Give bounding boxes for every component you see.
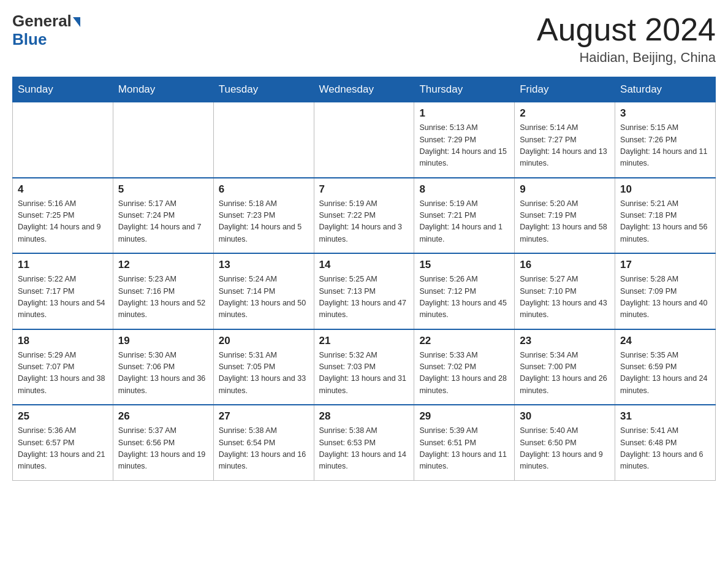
calendar-cell: 20Sunrise: 5:31 AMSunset: 7:05 PMDayligh… [213,329,314,405]
calendar-cell: 15Sunrise: 5:26 AMSunset: 7:12 PMDayligh… [414,253,515,329]
logo-blue: Blue [12,30,47,48]
month-title: August 2024 [537,12,716,47]
day-info: Sunrise: 5:38 AMSunset: 6:53 PMDaylight:… [319,425,409,473]
day-number: 31 [620,410,710,423]
day-info: Sunrise: 5:21 AMSunset: 7:18 PMDaylight:… [620,198,710,246]
calendar-cell: 10Sunrise: 5:21 AMSunset: 7:18 PMDayligh… [615,178,716,254]
day-info: Sunrise: 5:19 AMSunset: 7:21 PMDaylight:… [419,198,509,246]
day-of-week-header: Thursday [414,77,515,102]
calendar-week-row: 1Sunrise: 5:13 AMSunset: 7:29 PMDaylight… [13,102,716,178]
day-number: 9 [520,183,610,196]
logo: General Blue [12,12,80,49]
day-info: Sunrise: 5:27 AMSunset: 7:10 PMDaylight:… [520,274,610,321]
calendar-cell: 29Sunrise: 5:39 AMSunset: 6:51 PMDayligh… [414,405,515,480]
day-info: Sunrise: 5:15 AMSunset: 7:26 PMDaylight:… [620,122,710,170]
day-of-week-header: Friday [515,77,615,102]
day-number: 30 [520,410,610,423]
day-info: Sunrise: 5:31 AMSunset: 7:05 PMDaylight:… [219,350,309,397]
day-info: Sunrise: 5:35 AMSunset: 6:59 PMDaylight:… [620,350,710,397]
calendar-week-row: 11Sunrise: 5:22 AMSunset: 7:17 PMDayligh… [13,253,716,329]
day-info: Sunrise: 5:18 AMSunset: 7:23 PMDaylight:… [219,198,309,246]
calendar-cell: 13Sunrise: 5:24 AMSunset: 7:14 PMDayligh… [213,253,314,329]
day-of-week-header: Tuesday [213,77,314,102]
calendar-cell: 16Sunrise: 5:27 AMSunset: 7:10 PMDayligh… [515,253,615,329]
calendar-cell: 3Sunrise: 5:15 AMSunset: 7:26 PMDaylight… [615,102,716,178]
calendar-cell: 19Sunrise: 5:30 AMSunset: 7:06 PMDayligh… [113,329,213,405]
day-number: 14 [319,259,409,271]
day-info: Sunrise: 5:34 AMSunset: 7:00 PMDaylight:… [520,350,610,397]
day-info: Sunrise: 5:22 AMSunset: 7:17 PMDaylight:… [18,274,108,321]
day-number: 20 [219,335,309,347]
calendar-cell: 1Sunrise: 5:13 AMSunset: 7:29 PMDaylight… [414,102,515,178]
day-info: Sunrise: 5:24 AMSunset: 7:14 PMDaylight:… [219,274,309,321]
day-number: 5 [118,183,208,196]
day-info: Sunrise: 5:41 AMSunset: 6:48 PMDaylight:… [620,425,710,473]
day-number: 4 [18,183,108,196]
day-of-week-header: Saturday [615,77,716,102]
day-info: Sunrise: 5:13 AMSunset: 7:29 PMDaylight:… [419,122,509,170]
day-info: Sunrise: 5:14 AMSunset: 7:27 PMDaylight:… [520,122,610,170]
day-info: Sunrise: 5:38 AMSunset: 6:54 PMDaylight:… [219,425,309,473]
calendar-cell: 7Sunrise: 5:19 AMSunset: 7:22 PMDaylight… [314,178,414,254]
calendar-cell: 23Sunrise: 5:34 AMSunset: 7:00 PMDayligh… [515,329,615,405]
title-area: August 2024 Haidian, Beijing, China [537,12,716,66]
day-number: 7 [319,183,409,196]
calendar-cell: 18Sunrise: 5:29 AMSunset: 7:07 PMDayligh… [13,329,113,405]
day-info: Sunrise: 5:37 AMSunset: 6:56 PMDaylight:… [118,425,208,473]
day-number: 28 [319,410,409,423]
location: Haidian, Beijing, China [537,50,716,66]
day-number: 12 [118,259,208,271]
day-number: 1 [419,107,509,120]
day-info: Sunrise: 5:25 AMSunset: 7:13 PMDaylight:… [319,274,409,321]
day-number: 24 [620,335,710,347]
calendar-cell: 27Sunrise: 5:38 AMSunset: 6:54 PMDayligh… [213,405,314,480]
calendar-week-row: 18Sunrise: 5:29 AMSunset: 7:07 PMDayligh… [13,329,716,405]
calendar-cell: 11Sunrise: 5:22 AMSunset: 7:17 PMDayligh… [13,253,113,329]
day-info: Sunrise: 5:17 AMSunset: 7:24 PMDaylight:… [118,198,208,246]
calendar-cell: 8Sunrise: 5:19 AMSunset: 7:21 PMDaylight… [414,178,515,254]
calendar-cell [213,102,314,178]
calendar-cell: 25Sunrise: 5:36 AMSunset: 6:57 PMDayligh… [13,405,113,480]
day-number: 19 [118,335,208,347]
calendar-cell: 14Sunrise: 5:25 AMSunset: 7:13 PMDayligh… [314,253,414,329]
day-of-week-header: Monday [113,77,213,102]
calendar-cell [113,102,213,178]
calendar-cell: 9Sunrise: 5:20 AMSunset: 7:19 PMDaylight… [515,178,615,254]
calendar-week-row: 25Sunrise: 5:36 AMSunset: 6:57 PMDayligh… [13,405,716,480]
day-info: Sunrise: 5:23 AMSunset: 7:16 PMDaylight:… [118,274,208,321]
day-of-week-header: Sunday [13,77,113,102]
calendar-cell: 6Sunrise: 5:18 AMSunset: 7:23 PMDaylight… [213,178,314,254]
calendar-cell: 2Sunrise: 5:14 AMSunset: 7:27 PMDaylight… [515,102,615,178]
calendar-cell: 21Sunrise: 5:32 AMSunset: 7:03 PMDayligh… [314,329,414,405]
day-info: Sunrise: 5:40 AMSunset: 6:50 PMDaylight:… [520,425,610,473]
day-number: 18 [18,335,108,347]
calendar-header-row: SundayMondayTuesdayWednesdayThursdayFrid… [13,77,716,102]
day-info: Sunrise: 5:39 AMSunset: 6:51 PMDaylight:… [419,425,509,473]
day-number: 8 [419,183,509,196]
day-number: 25 [18,410,108,423]
calendar-table: SundayMondayTuesdayWednesdayThursdayFrid… [12,77,716,481]
calendar-cell: 17Sunrise: 5:28 AMSunset: 7:09 PMDayligh… [615,253,716,329]
calendar-cell: 30Sunrise: 5:40 AMSunset: 6:50 PMDayligh… [515,405,615,480]
day-number: 21 [319,335,409,347]
calendar-cell: 26Sunrise: 5:37 AMSunset: 6:56 PMDayligh… [113,405,213,480]
day-info: Sunrise: 5:20 AMSunset: 7:19 PMDaylight:… [520,198,610,246]
logo-general: General [12,12,72,30]
day-number: 29 [419,410,509,423]
day-info: Sunrise: 5:29 AMSunset: 7:07 PMDaylight:… [18,350,108,397]
day-number: 26 [118,410,208,423]
calendar-cell: 24Sunrise: 5:35 AMSunset: 6:59 PMDayligh… [615,329,716,405]
day-info: Sunrise: 5:28 AMSunset: 7:09 PMDaylight:… [620,274,710,321]
day-number: 15 [419,259,509,271]
calendar-cell: 4Sunrise: 5:16 AMSunset: 7:25 PMDaylight… [13,178,113,254]
calendar-week-row: 4Sunrise: 5:16 AMSunset: 7:25 PMDaylight… [13,178,716,254]
day-number: 10 [620,183,710,196]
day-number: 2 [520,107,610,120]
calendar-cell [13,102,113,178]
day-info: Sunrise: 5:30 AMSunset: 7:06 PMDaylight:… [118,350,208,397]
calendar-cell: 12Sunrise: 5:23 AMSunset: 7:16 PMDayligh… [113,253,213,329]
calendar-cell: 31Sunrise: 5:41 AMSunset: 6:48 PMDayligh… [615,405,716,480]
day-info: Sunrise: 5:19 AMSunset: 7:22 PMDaylight:… [319,198,409,246]
page-header: General Blue August 2024 Haidian, Beijin… [12,12,716,66]
calendar-cell: 5Sunrise: 5:17 AMSunset: 7:24 PMDaylight… [113,178,213,254]
